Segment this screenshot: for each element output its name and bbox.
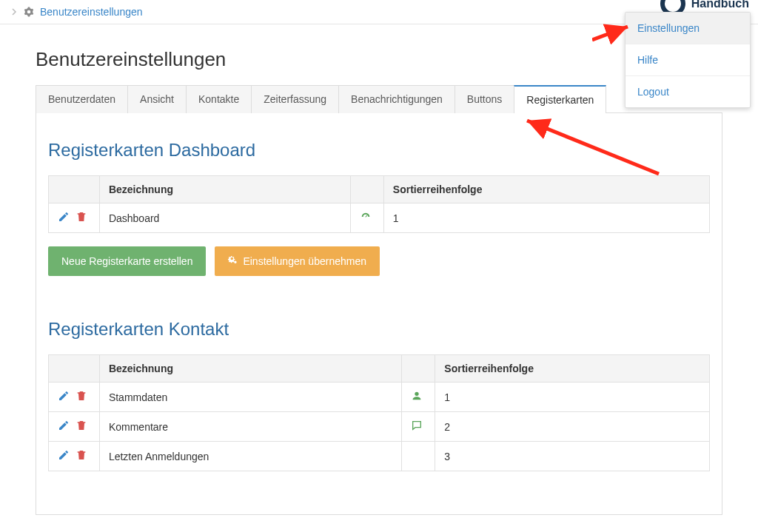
user-icon (411, 390, 423, 402)
cell-order: 3 (435, 442, 710, 471)
create-tab-button-label: Neue Registerkarte erstellen (61, 255, 192, 267)
cell-order: 1 (383, 203, 709, 233)
edit-icon[interactable] (58, 420, 70, 431)
cell-order: 1 (435, 383, 710, 412)
comment-icon (411, 420, 423, 431)
tab-panel-registerkarten: Registerkarten Dashboard Bezeichnung Sor… (36, 113, 722, 515)
cell-label: Dashboard (99, 203, 350, 233)
delete-icon[interactable] (76, 449, 87, 461)
col-icon (402, 355, 435, 383)
cell-label: Letzten Anmeldungen (99, 442, 401, 471)
cell-label: Stammdaten (99, 383, 401, 412)
brand-logo-text: Handbuch (691, 0, 749, 10)
user-menu-dropdown: Einstellungen Hilfe Logout (625, 12, 751, 108)
edit-icon[interactable] (58, 390, 70, 402)
table-row: Letzten Anmeldungen 3 (49, 442, 710, 471)
gears-icon (228, 256, 238, 266)
col-icon (350, 176, 383, 203)
apply-settings-button[interactable]: Einstellungen übernehmen (215, 246, 380, 276)
create-tab-button[interactable]: Neue Registerkarte erstellen (48, 246, 206, 276)
tab-benachrichtigungen[interactable]: Benachrichtigungen (338, 85, 455, 113)
dashboard-icon (360, 211, 372, 223)
apply-settings-button-label: Einstellungen übernehmen (243, 255, 366, 267)
table-row: Dashboard 1 (49, 203, 710, 233)
col-label: Bezeichnung (99, 355, 401, 383)
cell-label: Kommentare (99, 412, 401, 442)
delete-icon[interactable] (76, 390, 87, 402)
kontakt-tabs-table: Bezeichnung Sortierreihenfolge Stammdate… (48, 354, 710, 471)
col-actions (49, 355, 100, 383)
table-row: Kommentare 2 (49, 412, 710, 442)
button-row: Neue Registerkarte erstellen Einstellung… (48, 246, 710, 276)
tab-ansicht[interactable]: Ansicht (127, 85, 187, 113)
edit-icon[interactable] (58, 449, 70, 461)
delete-icon[interactable] (76, 211, 87, 223)
section-title-kontakt: Registerkarten Kontakt (48, 319, 710, 340)
tab-kontakte[interactable]: Kontakte (186, 85, 252, 113)
page-title: Benutzereinstellungen (36, 48, 722, 71)
tab-benutzerdaten[interactable]: Benutzerdaten (36, 85, 128, 113)
gear-icon (24, 7, 34, 17)
col-actions (49, 176, 100, 203)
col-order: Sortierreihenfolge (383, 176, 709, 203)
chevron-right-icon (12, 6, 18, 18)
breadcrumb-link-settings[interactable]: Benutzereinstellungen (40, 6, 143, 18)
user-menu-item-logout[interactable]: Logout (625, 76, 750, 107)
tab-registerkarten[interactable]: Registerkarten (514, 85, 606, 113)
cell-icon-empty (402, 442, 435, 471)
cell-order: 2 (435, 412, 710, 442)
dashboard-tabs-table: Bezeichnung Sortierreihenfolge Da (48, 175, 710, 233)
col-label: Bezeichnung (99, 176, 350, 203)
tab-zeiterfassung[interactable]: Zeiterfassung (251, 85, 339, 113)
table-row: Stammdaten 1 (49, 383, 710, 412)
col-order: Sortierreihenfolge (435, 355, 710, 383)
edit-icon[interactable] (58, 211, 70, 223)
delete-icon[interactable] (76, 420, 87, 431)
user-menu-item-settings[interactable]: Einstellungen (625, 13, 750, 44)
tab-buttons[interactable]: Buttons (455, 85, 514, 113)
section-title-dashboard: Registerkarten Dashboard (48, 140, 710, 161)
user-menu-item-help[interactable]: Hilfe (625, 44, 750, 76)
tabs: Benutzerdaten Ansicht Kontakte Zeiterfas… (36, 84, 722, 113)
